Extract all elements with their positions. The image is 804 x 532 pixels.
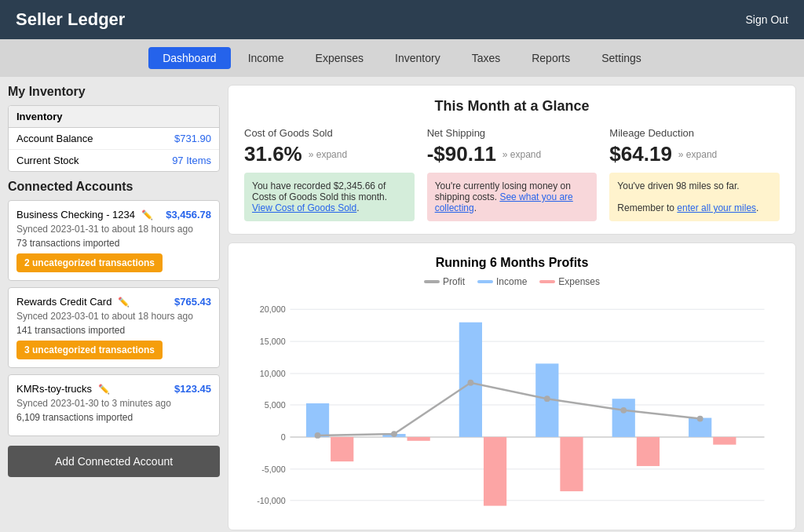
profit-dot-nov — [544, 395, 550, 402]
inventory-box-header: Inventory — [9, 106, 219, 128]
account-1: Business Checking - 1234 ✏️ $3,456.78 Sy… — [8, 200, 220, 281]
svg-text:0: 0 — [281, 432, 286, 442]
svg-text:5,000: 5,000 — [265, 400, 286, 410]
profit-legend-dot — [424, 280, 440, 283]
bar-dec-expense — [637, 437, 660, 466]
cogs-link[interactable]: View Cost of Goods Sold — [252, 202, 356, 213]
tab-taxes[interactable]: Taxes — [458, 47, 515, 69]
tab-dashboard[interactable]: Dashboard — [148, 47, 231, 69]
navigation: Dashboard Income Expenses Inventory Taxe… — [0, 39, 804, 77]
mileage-value: $64.19 » expand — [609, 142, 780, 166]
account-3-header: KMRs-toy-trucks ✏️ $123.45 — [16, 383, 211, 395]
account-1-uncategorized-btn[interactable]: 2 uncategorized transactions — [16, 253, 163, 272]
bar-oct-expense — [484, 437, 506, 506]
account-2-name-text: Rewards Credit Card — [16, 296, 111, 308]
account-3-transactions: 6,109 transactions imported — [16, 412, 211, 423]
tab-reports[interactable]: Reports — [517, 47, 584, 69]
svg-text:10,000: 10,000 — [260, 369, 286, 378]
bar-aug-income — [306, 403, 329, 437]
connected-accounts-title: Connected Accounts — [8, 180, 220, 194]
bar-dec-income — [612, 399, 635, 437]
account-3-name-text: KMRs-toy-trucks — [16, 383, 92, 395]
mileage-expand[interactable]: » expand — [678, 149, 717, 160]
glance-title: This Month at a Glance — [244, 98, 780, 115]
inventory-row-balance: Account Balance $731.90 — [9, 128, 219, 150]
account-3-name: KMRs-toy-trucks ✏️ — [16, 383, 110, 395]
header: Seller Ledger Sign Out — [0, 0, 804, 39]
svg-text:15,000: 15,000 — [260, 337, 286, 346]
sign-out-button[interactable]: Sign Out — [746, 13, 788, 26]
account-2-header: Rewards Credit Card ✏️ $765.43 — [16, 296, 211, 308]
account-2-uncategorized-btn[interactable]: 3 uncategorized transactions — [16, 341, 163, 359]
shipping-expand[interactable]: » expand — [502, 149, 541, 160]
mileage-number: $64.19 — [609, 142, 672, 166]
account-2-transactions: 141 transactions imported — [16, 325, 211, 336]
svg-text:-10,000: -10,000 — [257, 496, 285, 505]
income-legend-dot — [477, 280, 493, 283]
add-account-button[interactable]: Add Connected Account — [8, 446, 220, 477]
account-1-edit-icon[interactable]: ✏️ — [141, 210, 153, 220]
tab-settings[interactable]: Settings — [587, 47, 656, 69]
account-1-transactions: 73 transactions imported — [16, 238, 211, 249]
profit-dot-aug — [315, 432, 321, 439]
chart-card: Running 6 Months Profits Profit Income E… — [228, 242, 796, 530]
income-legend-label: Income — [496, 276, 527, 287]
account-2-amount[interactable]: $765.43 — [174, 296, 211, 308]
my-inventory-section: My Inventory Inventory Account Balance $… — [8, 85, 220, 172]
cogs-box: You have recorded $2,345.66 of Costs of … — [244, 173, 415, 221]
balance-value[interactable]: $731.90 — [174, 133, 211, 144]
cogs-expand[interactable]: » expand — [309, 149, 347, 160]
profit-dot-dec — [620, 407, 627, 414]
account-3-sync: Synced 2023-01-30 to 3 minutes ago — [16, 398, 211, 409]
profit-dot-jan — [697, 416, 704, 422]
account-2-sync: Synced 2023-03-01 to about 18 hours ago — [16, 311, 211, 322]
shipping-label: Net Shipping — [427, 127, 598, 139]
svg-text:-5,000: -5,000 — [261, 465, 285, 474]
tab-inventory[interactable]: Inventory — [381, 47, 455, 69]
stock-value[interactable]: 97 Items — [172, 155, 211, 166]
glance-card: This Month at a Glance Cost of Goods Sol… — [228, 85, 796, 235]
cogs-value: 31.6% » expand — [244, 142, 415, 166]
main-panel: This Month at a Glance Cost of Goods Sol… — [228, 85, 796, 530]
profit-line — [318, 383, 700, 435]
svg-text:20,000: 20,000 — [260, 304, 286, 314]
account-1-amount[interactable]: $3,456.78 — [166, 209, 211, 220]
bar-nov-expense — [560, 437, 583, 491]
shipping-box: You're currently losing money on shippin… — [427, 173, 598, 221]
cogs-label: Cost of Goods Sold — [244, 127, 415, 139]
mileage-label: Mileage Deduction — [609, 127, 780, 139]
legend-profit: Profit — [424, 276, 465, 287]
account-1-header: Business Checking - 1234 ✏️ $3,456.78 — [16, 209, 211, 220]
profit-dot-oct — [467, 380, 473, 386]
profit-legend-label: Profit — [443, 276, 465, 287]
legend-income: Income — [477, 276, 527, 287]
inventory-box: Inventory Account Balance $731.90 Curren… — [8, 105, 220, 172]
account-2-edit-icon[interactable]: ✏️ — [118, 297, 130, 308]
expenses-legend-dot — [539, 280, 555, 283]
tab-expenses[interactable]: Expenses — [302, 47, 378, 69]
glance-mileage: Mileage Deduction $64.19 » expand You've… — [609, 127, 780, 221]
sidebar: My Inventory Inventory Account Balance $… — [8, 85, 220, 530]
cogs-box-text: You have recorded $2,345.66 of Costs of … — [252, 180, 387, 202]
account-2-name: Rewards Credit Card ✏️ — [16, 296, 130, 308]
bar-sep-expense — [407, 437, 430, 441]
chart-title: Running 6 Months Profits — [244, 256, 780, 270]
legend-expenses: Expenses — [539, 276, 600, 287]
mileage-link[interactable]: enter all your miles — [677, 202, 756, 213]
cogs-number: 31.6% — [244, 142, 302, 166]
account-1-sync: Synced 2023-01-31 to about 18 hours ago — [16, 224, 211, 235]
chart-container: 20,000 15,000 10,000 5,000 0 -5,000 -10,… — [244, 295, 780, 515]
main-content: My Inventory Inventory Account Balance $… — [0, 77, 804, 532]
stock-label: Current Stock — [16, 155, 79, 166]
account-3-amount[interactable]: $123.45 — [174, 383, 211, 395]
account-3: KMRs-toy-trucks ✏️ $123.45 Synced 2023-0… — [8, 374, 220, 436]
tab-income[interactable]: Income — [234, 47, 298, 69]
glance-grid: Cost of Goods Sold 31.6% » expand You ha… — [244, 127, 780, 221]
balance-label: Account Balance — [16, 133, 93, 144]
glance-shipping: Net Shipping -$90.11 » expand You're cur… — [427, 127, 598, 221]
connected-accounts-section: Connected Accounts Business Checking - 1… — [8, 180, 220, 477]
mileage-box: You've driven 98 miles so far.Remember t… — [609, 173, 780, 221]
my-inventory-title: My Inventory — [8, 85, 220, 99]
account-2: Rewards Credit Card ✏️ $765.43 Synced 20… — [8, 287, 220, 368]
account-3-edit-icon[interactable]: ✏️ — [98, 384, 110, 395]
